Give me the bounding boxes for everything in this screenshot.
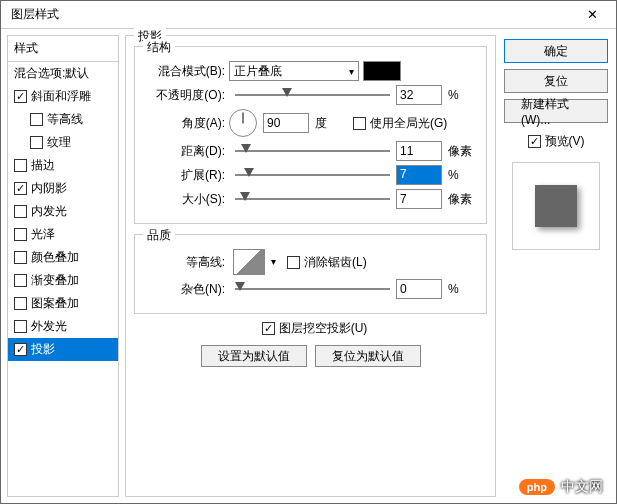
sidebar-item-label: 等高线: [47, 111, 83, 128]
angle-label: 角度(A):: [143, 115, 229, 132]
sidebar-item-label: 斜面和浮雕: [31, 88, 91, 105]
sidebar-item-label: 内阴影: [31, 180, 67, 197]
sidebar-item-label: 内发光: [31, 203, 67, 220]
antialias-checkbox[interactable]: 消除锯齿(L): [287, 254, 367, 271]
sidebar-item-label: 图案叠加: [31, 295, 79, 312]
ok-button[interactable]: 确定: [504, 39, 608, 63]
blending-options[interactable]: 混合选项:默认: [8, 62, 118, 85]
window-title: 图层样式: [11, 6, 572, 23]
layer-style-dialog: 图层样式 ✕ 样式 混合选项:默认 ✓斜面和浮雕等高线纹理描边✓内阴影内发光光泽…: [0, 0, 617, 504]
sidebar-item-label: 外发光: [31, 318, 67, 335]
size-slider[interactable]: [235, 189, 390, 209]
watermark: php 中文网: [519, 478, 603, 496]
sidebar-item-3[interactable]: 描边: [8, 154, 118, 177]
contour-picker[interactable]: ▾: [233, 249, 265, 275]
sidebar-item-0[interactable]: ✓斜面和浮雕: [8, 85, 118, 108]
blend-mode-select[interactable]: 正片叠底▾: [229, 61, 359, 81]
opacity-input[interactable]: [396, 85, 442, 105]
spread-slider[interactable]: [235, 165, 390, 185]
checkbox-icon: [30, 136, 43, 149]
close-button[interactable]: ✕: [572, 1, 612, 28]
sidebar-item-5[interactable]: 内发光: [8, 200, 118, 223]
action-column: 确定 复位 新建样式(W)... ✓ 预览(V): [502, 35, 610, 497]
quality-group: 品质 等高线: ▾ 消除锯齿(L) 杂色(N): %: [134, 234, 487, 314]
sidebar-item-7[interactable]: 颜色叠加: [8, 246, 118, 269]
checkbox-icon: ✓: [14, 182, 27, 195]
style-sidebar: 样式 混合选项:默认 ✓斜面和浮雕等高线纹理描边✓内阴影内发光光泽颜色叠加渐变叠…: [7, 35, 119, 497]
checkbox-icon: ✓: [14, 343, 27, 356]
sidebar-item-label: 投影: [31, 341, 55, 358]
chevron-down-icon: ▾: [349, 66, 354, 77]
sidebar-header: 样式: [8, 36, 118, 62]
checkbox-icon: [14, 320, 27, 333]
preview-box: [512, 162, 600, 250]
sidebar-item-9[interactable]: 图案叠加: [8, 292, 118, 315]
checkbox-icon: ✓: [14, 90, 27, 103]
sidebar-item-label: 渐变叠加: [31, 272, 79, 289]
shadow-color-swatch[interactable]: [363, 61, 401, 81]
checkbox-icon: [30, 113, 43, 126]
blend-mode-label: 混合模式(B):: [143, 63, 229, 80]
distance-input[interactable]: [396, 141, 442, 161]
sidebar-item-4[interactable]: ✓内阴影: [8, 177, 118, 200]
noise-slider[interactable]: [235, 279, 390, 299]
structure-group: 结构 混合模式(B): 正片叠底▾ 不透明度(O): %: [134, 46, 487, 224]
spread-input[interactable]: 7: [396, 165, 442, 185]
contour-label: 等高线:: [143, 254, 229, 271]
noise-input[interactable]: [396, 279, 442, 299]
sidebar-item-2[interactable]: 纹理: [8, 131, 118, 154]
sidebar-item-label: 颜色叠加: [31, 249, 79, 266]
checkbox-icon: [14, 297, 27, 310]
angle-input[interactable]: [263, 113, 309, 133]
distance-label: 距离(D):: [143, 143, 229, 160]
opacity-slider[interactable]: [235, 85, 390, 105]
knockout-checkbox[interactable]: ✓ 图层挖空投影(U): [262, 320, 368, 337]
sidebar-item-label: 光泽: [31, 226, 55, 243]
make-default-button[interactable]: 设置为默认值: [201, 345, 307, 367]
chevron-down-icon: ▾: [271, 256, 276, 267]
distance-slider[interactable]: [235, 141, 390, 161]
checkbox-icon: [14, 228, 27, 241]
opacity-label: 不透明度(O):: [143, 87, 229, 104]
checkbox-icon: [14, 274, 27, 287]
checkbox-icon: [14, 205, 27, 218]
sidebar-item-10[interactable]: 外发光: [8, 315, 118, 338]
checkbox-icon: [14, 251, 27, 264]
settings-panel: 投影 结构 混合模式(B): 正片叠底▾ 不透明度(O):: [125, 35, 496, 497]
sidebar-item-8[interactable]: 渐变叠加: [8, 269, 118, 292]
cancel-button[interactable]: 复位: [504, 69, 608, 93]
angle-dial[interactable]: [229, 109, 257, 137]
sidebar-item-label: 纹理: [47, 134, 71, 151]
reset-default-button[interactable]: 复位为默认值: [315, 345, 421, 367]
spread-label: 扩展(R):: [143, 167, 229, 184]
size-input[interactable]: [396, 189, 442, 209]
titlebar: 图层样式 ✕: [1, 1, 616, 29]
sidebar-item-6[interactable]: 光泽: [8, 223, 118, 246]
sidebar-item-11[interactable]: ✓投影: [8, 338, 118, 361]
checkbox-icon: [14, 159, 27, 172]
new-style-button[interactable]: 新建样式(W)...: [504, 99, 608, 123]
sidebar-item-label: 描边: [31, 157, 55, 174]
noise-label: 杂色(N):: [143, 281, 229, 298]
size-label: 大小(S):: [143, 191, 229, 208]
preview-checkbox[interactable]: ✓ 预览(V): [504, 133, 608, 150]
preview-shape: [535, 185, 577, 227]
global-light-checkbox[interactable]: 使用全局光(G): [353, 115, 447, 132]
sidebar-item-1[interactable]: 等高线: [8, 108, 118, 131]
